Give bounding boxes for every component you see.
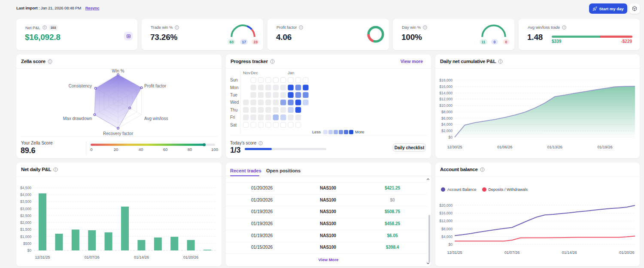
svg-text:Avg win/loss: Avg win/loss [144,116,168,121]
svg-text:$2,000: $2,000 [20,220,31,225]
svg-text:$14,000: $14,000 [439,91,453,95]
svg-text:$0: $0 [449,135,453,139]
svg-text:12/31/25: 12/31/25 [447,250,462,255]
svg-text:Consistency: Consistency [69,84,92,88]
svg-text:$16,000: $16,000 [439,84,453,89]
svg-text:$12,000: $12,000 [439,97,453,101]
svg-text:Wed: Wed [230,100,239,105]
svg-text:01/20/26: 01/20/26 [183,255,198,259]
svg-text:Win %: Win % [112,69,125,73]
svg-text:Sat: Sat [230,123,237,127]
svg-text:$16,000: $16,000 [439,211,453,215]
svg-text:Dec: Dec [251,70,258,75]
svg-text:Jan: Jan [288,70,294,75]
svg-text:12/31/25: 12/31/25 [35,255,50,259]
svg-text:01/07/26: 01/07/26 [504,250,519,255]
svg-text:Less: Less [312,129,321,134]
svg-text:$12,000: $12,000 [439,219,453,223]
svg-text:Tue: Tue [230,93,237,97]
svg-text:$8,000: $8,000 [441,227,453,231]
svg-text:Max drawdown: Max drawdown [63,116,92,121]
svg-text:$2,000: $2,000 [441,129,453,133]
svg-text:$3,000: $3,000 [20,207,31,211]
svg-text:$4,500: $4,500 [20,186,31,190]
svg-text:$1,500: $1,500 [20,227,31,232]
svg-text:$1,000: $1,000 [20,235,31,239]
svg-text:More: More [355,129,365,134]
svg-text:$0: $0 [449,242,453,247]
svg-text:12/30/25: 12/30/25 [447,145,462,149]
svg-text:$0: $0 [27,248,32,253]
svg-text:$10,000: $10,000 [439,103,453,108]
svg-text:$3,500: $3,500 [20,199,31,204]
svg-text:Recovery factor: Recovery factor [103,131,134,136]
svg-text:01/14/26: 01/14/26 [134,255,149,259]
svg-text:01/20/26: 01/20/26 [619,250,634,255]
svg-text:Thu: Thu [230,108,237,112]
svg-text:$8,000: $8,000 [441,110,453,114]
svg-text:Fri: Fri [230,115,235,120]
svg-text:01/07/26: 01/07/26 [85,255,100,259]
svg-text:$6,000: $6,000 [441,116,453,120]
svg-text:$4,000: $4,000 [441,235,453,239]
svg-text:$500: $500 [23,241,31,246]
svg-text:01/06/26: 01/06/26 [497,145,512,149]
svg-text:Mon: Mon [230,85,238,90]
svg-text:Profit factor: Profit factor [144,84,167,88]
svg-text:01/14/26: 01/14/26 [562,250,577,255]
svg-text:$4,000: $4,000 [20,193,31,197]
svg-text:Nov: Nov [243,70,250,75]
svg-text:$18,000: $18,000 [439,78,453,82]
svg-text:01/19/26: 01/19/26 [597,145,612,149]
svg-text:01/13/26: 01/13/26 [547,145,562,149]
svg-text:$20,000: $20,000 [439,203,453,208]
svg-text:$2,500: $2,500 [20,214,31,218]
svg-text:$4,000: $4,000 [441,122,453,126]
svg-text:Sun: Sun [230,78,238,82]
